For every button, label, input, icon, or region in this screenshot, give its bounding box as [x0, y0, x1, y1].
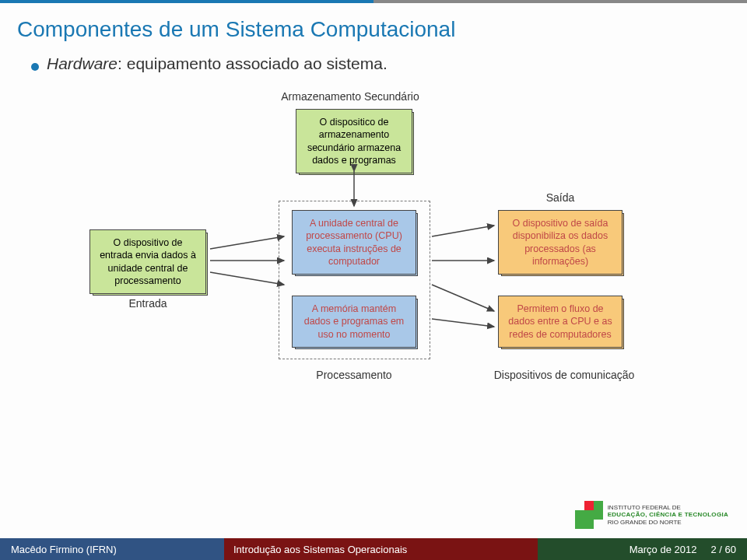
- bullet-dot-icon: [31, 63, 39, 71]
- slide-title: Componentes de um Sistema Computacional: [0, 3, 747, 50]
- bullet-hardware: Hardware: equipamento associado ao siste…: [0, 50, 747, 78]
- footer-page: 2 / 60: [710, 544, 736, 555]
- logo-line1: INSTITUTO FEDERAL DE: [608, 504, 728, 511]
- footer-author: Macêdo Firmino (IFRN): [0, 538, 224, 560]
- institution-logo: INSTITUTO FEDERAL DE EDUCAÇÃO, CIÊNCIA E…: [575, 501, 728, 529]
- svg-line-1: [210, 236, 284, 249]
- bullet-rest: : equipamento associado ao sistema.: [117, 54, 388, 72]
- arrows-svg: [0, 86, 747, 451]
- svg-line-6: [432, 285, 494, 311]
- logo-mark-icon: [575, 501, 603, 529]
- logo-line3: RIO GRANDE DO NORTE: [608, 519, 728, 526]
- bullet-text: Hardware: equipamento associado ao siste…: [47, 54, 388, 73]
- footer-subject: Introdução aos Sistemas Operacionais: [224, 538, 538, 560]
- footer-date-page: Março de 2012 2 / 60: [538, 538, 747, 560]
- diagram-area: Armazenamento Secundário O dispositico d…: [0, 86, 747, 451]
- bullet-emph: Hardware: [47, 54, 117, 72]
- svg-line-7: [432, 319, 494, 327]
- logo-text: INSTITUTO FEDERAL DE EDUCAÇÃO, CIÊNCIA E…: [608, 504, 728, 526]
- svg-line-3: [210, 272, 284, 285]
- logo-line2: EDUCAÇÃO, CIÊNCIA E TECNOLOGIA: [608, 511, 728, 518]
- footer-bar: Macêdo Firmino (IFRN) Introdução aos Sis…: [0, 538, 747, 560]
- svg-line-4: [432, 226, 494, 236]
- footer-date: Março de 2012: [630, 544, 697, 555]
